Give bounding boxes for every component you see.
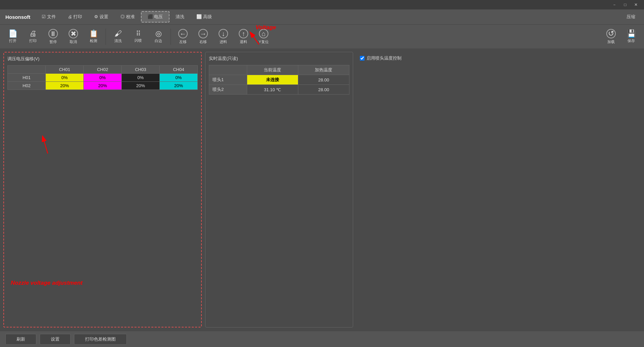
temp-control-row: 启用喷头温度控制 [360, 55, 637, 61]
temp-header-empty [209, 65, 247, 75]
volt-header-ch01: CH01 [46, 66, 84, 74]
voltage-table-header-row: CH01 CH02 CH03 CH04 [8, 66, 198, 74]
temp-nozzle1-current: 未连接 [247, 75, 298, 85]
temp-control-checkbox[interactable] [360, 56, 365, 61]
volt-header-ch02: CH02 [84, 66, 122, 74]
retract-icon: ↑ [239, 29, 248, 38]
save-label: 保存 [628, 38, 635, 43]
toolbar-flash-button[interactable]: ⠿ 闪喷 [128, 27, 148, 47]
volt-h01-ch01[interactable]: 0% [46, 74, 84, 82]
menu-compress[interactable]: 压缩 [620, 12, 641, 22]
volt-row-h01-label: H01 [8, 74, 46, 82]
titlebar: － □ ✕ [0, 0, 644, 9]
toolbar-detect-button[interactable]: 📋 检测 [83, 27, 104, 47]
toolbar-left-button[interactable]: ← 左移 [173, 27, 193, 47]
menu-calibrate[interactable]: ◎ 校准 [114, 12, 141, 22]
main-content: 调压电压偏移(V) CH01 CH02 CH03 CH04 H01 0% 0% … [0, 48, 644, 331]
voltage-panel-title: 调压电压偏移(V) [7, 56, 198, 62]
volt-h01-ch03[interactable]: 0% [122, 74, 160, 82]
right-arrow-icon: → [198, 29, 208, 38]
cancel-icon: ✖ [69, 29, 78, 38]
close-button[interactable]: ✕ [631, 0, 641, 9]
open-icon: 📄 [8, 30, 17, 37]
setup-button[interactable]: 设置 [40, 334, 71, 345]
feed-icon: ↓ [219, 29, 228, 38]
yreset-label: Y复位 [259, 39, 268, 44]
left-arrow-icon: ← [178, 29, 188, 38]
toolbar-load-button[interactable]: ↺ 加载 [601, 27, 621, 47]
menu-settings[interactable]: ⚙ 设置 [88, 12, 114, 22]
app-logo: Hosonsoft [3, 14, 36, 20]
temp-panel-title: 实时温度(只读) [209, 56, 349, 62]
open-label: 打开 [9, 38, 16, 43]
clean-label: 清洗 [114, 38, 122, 43]
temp-nozzle1-label: 喷头1 [209, 75, 247, 85]
volt-h02-ch03[interactable]: 20% [122, 82, 160, 90]
nozzle-arrow-svg [41, 130, 68, 157]
nozzle-annotation: Nozzle voltage adjustment [11, 280, 82, 286]
clean-icon: 🖌 [114, 30, 122, 37]
temp-nozzle2-heat: 28.00 [298, 85, 349, 95]
print-color-test-button[interactable]: 打印色差检测图 [74, 334, 127, 345]
toolbar-save-button[interactable]: 💾 保存 [621, 27, 641, 47]
right-label: 右移 [199, 39, 207, 44]
voltage-table: CH01 CH02 CH03 CH04 H01 0% 0% 0% 0% H02 … [7, 65, 198, 90]
toolbar-pause-button[interactable]: ⏸ 暂停 [43, 27, 63, 47]
minimize-button[interactable]: － [609, 0, 620, 9]
volt-header-ch04: CH04 [160, 66, 198, 74]
volt-header-ch03: CH03 [122, 66, 160, 74]
left-label: 左移 [179, 39, 187, 44]
volt-h01-ch02[interactable]: 0% [84, 74, 122, 82]
temperature-table: 当前温度 加热温度 喷头1 未连接 28.00 喷头2 31.10 ℃ 28.0… [209, 65, 349, 95]
temp-header-row: 当前温度 加热温度 [209, 65, 349, 75]
volt-h02-ch04[interactable]: 20% [160, 82, 198, 90]
toolbar-group-2: 🖌 清洗 ⠿ 闪喷 ◎ 白边 [108, 27, 168, 47]
restore-button[interactable]: □ [620, 0, 631, 9]
menu-clean[interactable]: 清洗 [169, 12, 190, 22]
toolbar-clean-button[interactable]: 🖌 清洗 [108, 27, 128, 47]
table-row: 喷头1 未连接 28.00 [209, 75, 349, 85]
temp-nozzle2-label: 喷头2 [209, 85, 247, 95]
temp-control-label: 启用喷头温度控制 [367, 55, 402, 61]
load-icon: ↺ [606, 29, 616, 38]
volt-row-h02-label: H02 [8, 82, 46, 90]
toolbar-right-button[interactable]: → 右移 [193, 27, 213, 47]
table-row: H01 0% 0% 0% 0% [8, 74, 198, 82]
toolbar-group-3: ← 左移 → 右移 ↓ 进料 ↑ 退料 ⌂ Y复位 [173, 27, 274, 47]
volt-header-empty [8, 66, 46, 74]
yreset-icon: ⌂ [259, 29, 268, 38]
temp-nozzle1-heat: 28.00 [298, 75, 349, 85]
volt-h02-ch01[interactable]: 20% [46, 82, 84, 90]
temp-header-current: 当前温度 [247, 65, 298, 75]
save-icon: 💾 [627, 30, 636, 37]
volt-h02-ch02[interactable]: 20% [84, 82, 122, 90]
print-label: 打印 [29, 38, 37, 43]
toolbar-feed-button[interactable]: ↓ 进料 [213, 27, 233, 47]
toolbar-cancel-button[interactable]: ✖ 取消 [63, 27, 83, 47]
print-icon: 🖨 [29, 30, 37, 37]
svg-line-0 [43, 137, 48, 153]
temperature-panel: 实时温度(只读) 当前温度 加热温度 喷头1 未连接 28.00 喷头2 31.… [205, 52, 353, 327]
temp-nozzle2-current: 31.10 ℃ [247, 85, 298, 95]
toolbar-retract-button[interactable]: ↑ 退料 [233, 27, 254, 47]
flash-label: 闪喷 [135, 38, 142, 43]
toolbar-yreset-button[interactable]: ⌂ Y复位 [254, 27, 274, 47]
menu-advanced[interactable]: ⬜ 高级 [190, 12, 218, 22]
menu-print[interactable]: 🖨 打印 [62, 12, 88, 22]
table-row: H02 20% 20% 20% 20% [8, 82, 198, 90]
toolbar: 📄 打开 🖨 打印 ⏸ 暂停 ✖ 取消 📋 检测 🖌 清洗 ⠿ 闪喷 [0, 24, 644, 48]
cancel-label: 取消 [70, 39, 77, 44]
menu-file[interactable]: ☑ ☑ 文件文件 [36, 12, 62, 22]
toolbar-print-button[interactable]: 🖨 打印 [23, 27, 43, 47]
menu-voltage[interactable]: ⬛ 电压 [141, 11, 170, 23]
volt-h01-ch04[interactable]: 0% [160, 74, 198, 82]
refresh-button[interactable]: 刷新 [5, 334, 36, 345]
voltage-panel: 调压电压偏移(V) CH01 CH02 CH03 CH04 H01 0% 0% … [3, 52, 202, 327]
whiteedge-icon: ◎ [155, 30, 162, 37]
toolbar-open-button[interactable]: 📄 打开 [3, 27, 23, 47]
detect-label: 检测 [90, 38, 97, 43]
pause-icon: ⏸ [48, 29, 58, 38]
toolbar-group-4: ↺ 加载 💾 保存 [601, 27, 641, 47]
toolbar-whiteedge-button[interactable]: ◎ 白边 [148, 27, 168, 47]
pause-label: 暂停 [49, 39, 57, 44]
